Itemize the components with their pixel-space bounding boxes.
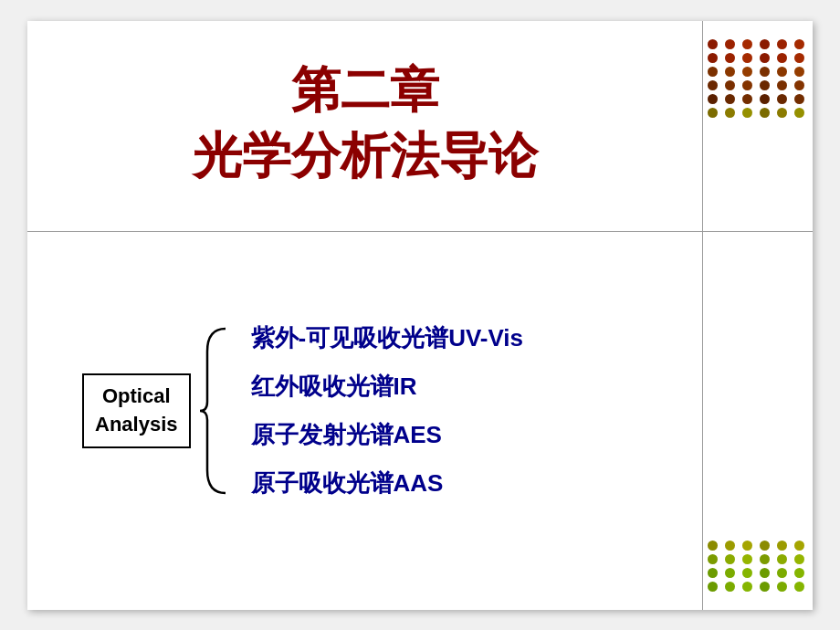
dot [777,554,787,564]
dot [725,94,735,104]
dot [777,94,787,104]
list-item-1: 红外吸收光谱IR [251,371,524,403]
dot [794,541,804,551]
dot [725,582,735,592]
dot [777,541,787,551]
dot-grid-top [708,39,803,118]
dot [725,541,735,551]
dot [777,80,787,90]
top-divider [27,231,813,232]
dot [742,541,752,551]
dot [760,582,770,592]
dot [794,568,804,578]
dot [760,80,770,90]
dot [725,39,735,49]
title-area: 第二章 光学分析法导论 [27,58,703,191]
dot [760,108,770,118]
dot [725,67,735,77]
dot [760,53,770,63]
dot [794,67,804,77]
dot [760,67,770,77]
dot [794,108,804,118]
dot [777,53,787,63]
list-item-0: 紫外-可见吸收光谱UV-Vis [251,322,524,354]
dot [742,568,752,578]
dot [760,554,770,564]
dot [708,108,718,118]
dot [760,541,770,551]
list-items: 紫外-可见吸收光谱UV-Vis红外吸收光谱IR原子发射光谱AES原子吸收光谱AA… [251,322,524,499]
dot [794,582,804,592]
dot [760,39,770,49]
dot [760,94,770,104]
dot [725,554,735,564]
dot [742,53,752,63]
dot [708,541,718,551]
dot [742,554,752,564]
title-text: 第二章 光学分析法导论 [27,58,703,191]
dot [708,94,718,104]
dot [725,568,735,578]
dot [742,94,752,104]
dot [777,39,787,49]
curly-brace [198,324,235,498]
title-line1: 第二章 [291,63,439,118]
dot [708,67,718,77]
dot [708,80,718,90]
list-item-3: 原子吸收光谱AAS [251,467,524,499]
dot [777,568,787,578]
dot [742,582,752,592]
dot [708,568,718,578]
dot [777,67,787,77]
slide: 第二章 光学分析法导论 Optical Analysis 紫外-可见吸收光谱UV… [27,21,813,610]
content-area: Optical Analysis 紫外-可见吸收光谱UV-Vis红外吸收光谱IR… [82,249,685,573]
dot [794,554,804,564]
optical-line1: Optical [102,384,171,407]
dot [794,80,804,90]
dot [725,53,735,63]
dot [794,53,804,63]
dot [777,108,787,118]
title-line2: 光学分析法导论 [193,129,538,184]
dot [725,108,735,118]
dot [708,554,718,564]
dot [777,582,787,592]
dot [742,67,752,77]
dot [742,80,752,90]
dot [725,80,735,90]
dot-grid-bottom [708,541,803,592]
dot [742,39,752,49]
dot [742,108,752,118]
dot [794,39,804,49]
dot [708,582,718,592]
dot [794,94,804,104]
dot [708,53,718,63]
list-item-2: 原子发射光谱AES [251,419,524,451]
optical-analysis-box: Optical Analysis [82,373,191,448]
optical-line2: Analysis [95,413,178,436]
dot [760,568,770,578]
dot [708,39,718,49]
